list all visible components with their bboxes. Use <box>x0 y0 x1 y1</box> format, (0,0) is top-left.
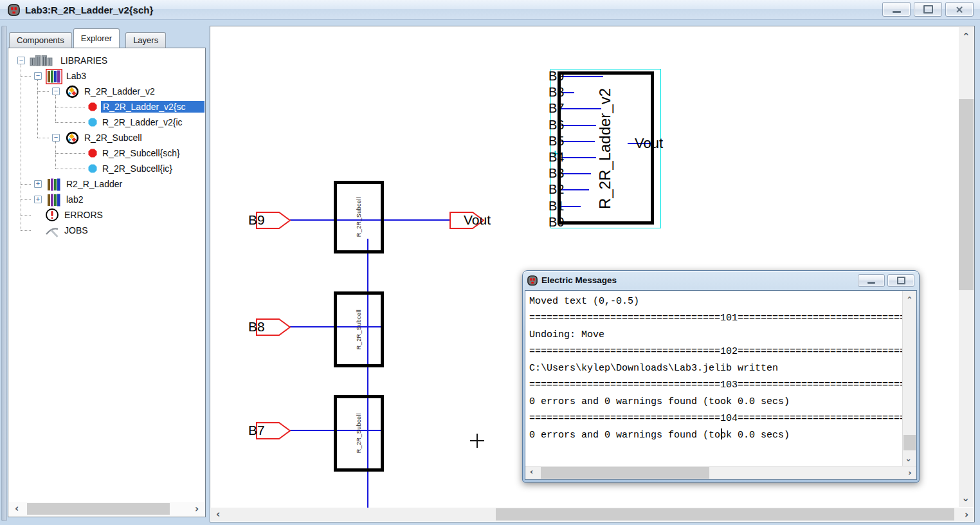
tree-guide <box>21 199 31 200</box>
scroll-up-icon[interactable] <box>959 28 974 40</box>
tree-item-cell-group[interactable]: R_2R_Subcell <box>84 133 142 143</box>
maximize-button[interactable] <box>887 274 914 287</box>
close-button[interactable] <box>945 2 974 17</box>
scroll-left-icon[interactable] <box>212 508 224 521</box>
tree-item-cell-schematic[interactable]: R_2R_Subcell{sch} <box>102 148 180 158</box>
tree-item-library[interactable]: lab2 <box>66 194 83 205</box>
tree-guide <box>37 91 49 92</box>
crosshair-cursor <box>476 434 478 448</box>
messages-window: Electric Messages Moved text (0,-0.5) ==… <box>522 270 920 483</box>
console-line: =================================104====… <box>529 410 903 427</box>
expander-expand[interactable] <box>34 180 42 188</box>
console-line: =================================103====… <box>529 377 903 394</box>
export-label-vout[interactable]: Vout <box>464 212 491 228</box>
messages-horizontal-scrollbar[interactable] <box>525 466 916 479</box>
messages-vertical-scrollbar[interactable] <box>902 291 916 466</box>
scroll-left-icon[interactable] <box>11 502 23 516</box>
console-line: 0 errors and 0 warnings found (took 0.0 … <box>529 427 903 444</box>
tree-guide <box>55 122 85 123</box>
tree-guide <box>21 76 31 77</box>
tab-components[interactable]: Components <box>9 32 72 48</box>
tree-item-lab3[interactable]: Lab3 <box>66 71 86 81</box>
close-icon <box>956 6 963 14</box>
tree-guide <box>55 142 56 169</box>
console-line: Moved text (0,-0.5) <box>529 293 903 310</box>
scroll-down-icon[interactable] <box>959 494 974 506</box>
libraries-building-icon <box>30 55 53 69</box>
scrollbar-thumb[interactable] <box>496 508 954 520</box>
explorer-tree[interactable]: LIBRARIES Lab3 R_2R_Ladder_v2 R_2R_Ladde… <box>9 50 204 501</box>
maximize-icon <box>923 5 933 14</box>
minimize-button[interactable] <box>858 274 885 287</box>
messages-body: Moved text (0,-0.5) ====================… <box>525 290 917 480</box>
symbol-output-label[interactable]: Vout <box>635 135 663 152</box>
tree-item-errors[interactable]: ERRORS <box>64 210 103 220</box>
symbol-pin-label[interactable]: B3 <box>549 166 564 181</box>
app-icon <box>8 4 20 16</box>
canvas-vertical-scrollbar[interactable] <box>959 27 974 507</box>
export-label[interactable]: B8 <box>248 319 265 335</box>
scroll-left-icon[interactable] <box>527 466 537 479</box>
symbol-pin-label[interactable]: B2 <box>549 182 564 197</box>
scroll-right-icon[interactable] <box>961 508 972 521</box>
window-frame-left <box>1 26 7 521</box>
text-caret <box>721 428 722 439</box>
canvas-horizontal-scrollbar[interactable] <box>211 508 974 521</box>
symbol-cell-name: R_2R_Ladder_v2 <box>596 88 614 209</box>
instance-name-label: R_2R_Subcell <box>356 413 362 453</box>
title-bar[interactable]: Lab3:R_2R_Ladder_v2{sch} <box>0 0 980 20</box>
tab-layers[interactable]: Layers <box>125 32 166 48</box>
tree-item-cell-icon-view[interactable]: R_2R_Subcell{ic} <box>102 163 172 174</box>
symbol-pin-label[interactable]: B5 <box>549 134 564 149</box>
scroll-right-icon[interactable] <box>905 466 915 479</box>
expander-collapse[interactable] <box>52 88 60 95</box>
expander-collapse[interactable] <box>52 134 60 142</box>
tree-item-cell-icon-view[interactable]: R_2R_Ladder_v2{ic <box>102 117 183 127</box>
scroll-right-icon[interactable] <box>191 502 203 516</box>
cell-group-icon <box>66 85 79 101</box>
export-label[interactable]: B7 <box>248 423 265 438</box>
scrollbar-thumb[interactable] <box>27 503 170 515</box>
schematic-view-icon <box>88 102 97 114</box>
tree-guide <box>21 64 21 230</box>
expander-expand[interactable] <box>34 196 42 203</box>
tree-item-jobs[interactable]: JOBS <box>64 225 88 235</box>
symbol-pin-label[interactable]: B9 <box>549 69 564 84</box>
tree-guide <box>21 184 31 185</box>
app-icon <box>527 275 538 286</box>
expander-collapse[interactable] <box>34 72 42 80</box>
scrollbar-thumb[interactable] <box>903 435 916 450</box>
explorer-panel: LIBRARIES Lab3 R_2R_Ladder_v2 R_2R_Ladde… <box>8 48 206 517</box>
messages-title-bar[interactable]: Electric Messages <box>523 271 919 290</box>
scroll-down-icon[interactable] <box>903 455 916 465</box>
tree-guide <box>21 230 31 231</box>
tree-item-library[interactable]: R2_R_Ladder <box>66 179 122 189</box>
schematic-view-icon <box>88 149 97 160</box>
symbol-pin-label[interactable]: B7 <box>549 101 564 116</box>
maximize-icon <box>897 277 905 284</box>
minimize-icon <box>893 11 901 13</box>
tree-item-libraries[interactable]: LIBRARIES <box>60 55 107 66</box>
explorer-tab-bar: Components Explorer Layers <box>9 28 167 48</box>
symbol-pin-label[interactable]: B4 <box>549 150 564 165</box>
minimize-button[interactable] <box>882 2 911 17</box>
tree-guide <box>37 80 38 138</box>
scroll-up-icon[interactable] <box>903 292 916 302</box>
symbol-pin-label[interactable]: B6 <box>549 118 564 133</box>
tree-item-cell-schematic-selected[interactable]: R_2R_Ladder_v2{sc <box>101 101 204 113</box>
tree-item-cell-group[interactable]: R_2R_Ladder_v2 <box>84 86 155 97</box>
icon-view-icon <box>88 118 97 129</box>
expander-collapse[interactable] <box>17 57 25 64</box>
messages-console[interactable]: Moved text (0,-0.5) ====================… <box>525 291 903 466</box>
tree-guide <box>55 95 56 122</box>
explorer-horizontal-scrollbar[interactable] <box>9 502 204 516</box>
maximize-button[interactable] <box>914 2 942 17</box>
console-line: =================================102====… <box>529 344 903 360</box>
symbol-pin-label[interactable]: B8 <box>549 85 564 100</box>
scrollbar-thumb[interactable] <box>959 99 974 290</box>
scrollbar-thumb[interactable] <box>541 467 709 479</box>
tab-explorer[interactable]: Explorer <box>73 28 120 48</box>
symbol-pin-label[interactable]: B1 <box>549 199 564 214</box>
export-label[interactable]: B9 <box>248 212 265 228</box>
symbol-pin-label[interactable]: B0 <box>549 215 564 230</box>
